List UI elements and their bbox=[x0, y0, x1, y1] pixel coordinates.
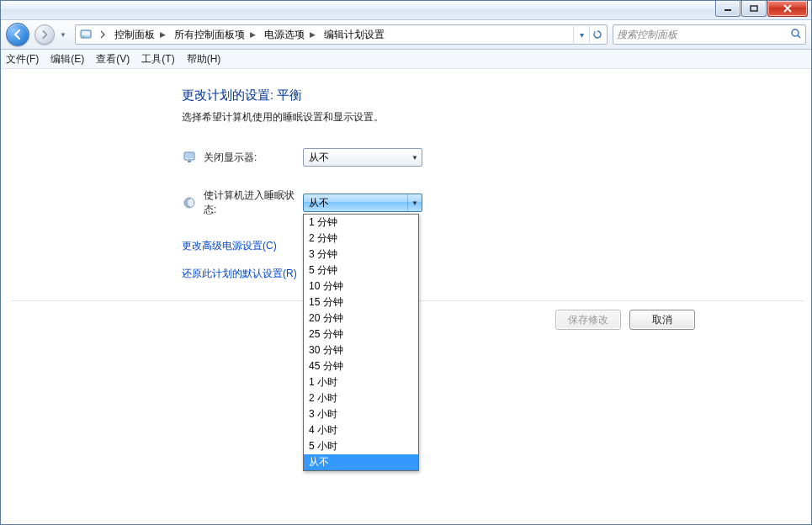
dropdown-option[interactable]: 4 小时 bbox=[304, 422, 418, 438]
minimize-button[interactable] bbox=[715, 1, 740, 17]
svg-rect-9 bbox=[188, 161, 191, 162]
menu-tools[interactable]: 工具(T) bbox=[141, 52, 174, 66]
sleep-combo[interactable]: 从不 ▼ bbox=[303, 194, 422, 212]
dropdown-option[interactable]: 3 分钟 bbox=[304, 247, 418, 262]
titlebar bbox=[1, 1, 811, 20]
breadcrumb-label: 控制面板 bbox=[114, 28, 155, 42]
refresh-button[interactable] bbox=[589, 26, 605, 43]
combo-value: 从不 bbox=[309, 151, 329, 165]
breadcrumb-item-edit-plan[interactable]: 编辑计划设置 bbox=[321, 25, 390, 44]
dropdown-option[interactable]: 2 小时 bbox=[304, 390, 418, 406]
sleep-label: 使计算机进入睡眠状态: bbox=[204, 188, 303, 217]
svg-rect-8 bbox=[185, 153, 194, 158]
svg-point-4 bbox=[82, 35, 84, 37]
svg-rect-3 bbox=[82, 31, 90, 35]
turn-off-display-label: 关闭显示器: bbox=[204, 151, 303, 165]
chevron-down-icon: ▼ bbox=[408, 149, 422, 166]
dropdown-option[interactable]: 2 分钟 bbox=[304, 231, 418, 247]
search-input[interactable]: 搜索控制面板 bbox=[613, 24, 806, 45]
search-icon bbox=[790, 28, 802, 42]
breadcrumb-item-control-panel[interactable]: 控制面板 ▶ bbox=[111, 25, 171, 44]
menu-edit[interactable]: 编辑(E) bbox=[50, 52, 84, 66]
dropdown-option[interactable]: 10 分钟 bbox=[304, 278, 418, 294]
breadcrumb-root-chevron[interactable] bbox=[98, 28, 108, 41]
dropdown-option[interactable]: 15 分钟 bbox=[304, 294, 418, 310]
control-panel-icon bbox=[79, 28, 93, 41]
svg-rect-0 bbox=[724, 9, 731, 11]
nav-forward-button[interactable] bbox=[34, 24, 55, 45]
cancel-button[interactable]: 取消 bbox=[629, 310, 695, 330]
dropdown-option[interactable]: 25 分钟 bbox=[304, 326, 418, 342]
navigation-bar: ▼ 控制面板 ▶ 所有控制面板项 ▶ 电源选项 bbox=[1, 20, 811, 50]
dropdown-option[interactable]: 1 分钟 bbox=[304, 215, 418, 231]
turn-off-display-combo[interactable]: 从不 ▼ bbox=[303, 148, 422, 167]
setting-row-sleep: 使计算机进入睡眠状态: 从不 ▼ bbox=[182, 188, 653, 217]
chevron-down-icon: ▼ bbox=[407, 194, 422, 211]
moon-icon bbox=[182, 195, 197, 210]
page-title: 更改计划的设置: 平衡 bbox=[182, 88, 653, 103]
menu-file[interactable]: 文件(F) bbox=[6, 52, 39, 66]
dropdown-option[interactable]: 5 小时 bbox=[304, 438, 418, 454]
address-bar[interactable]: 控制面板 ▶ 所有控制面板项 ▶ 电源选项 ▶ 编辑计划设置 ▾ bbox=[75, 24, 608, 45]
dropdown-option[interactable]: 30 分钟 bbox=[304, 342, 418, 358]
sleep-dropdown-list[interactable]: 1 分钟2 分钟3 分钟5 分钟10 分钟15 分钟20 分钟25 分钟30 分… bbox=[303, 214, 419, 471]
address-dropdown-button[interactable]: ▾ bbox=[573, 26, 589, 43]
dropdown-option[interactable]: 1 小时 bbox=[304, 374, 418, 390]
setting-row-turn-off-display: 关闭显示器: 从不 ▼ bbox=[182, 148, 653, 167]
dropdown-option[interactable]: 20 分钟 bbox=[304, 310, 418, 326]
window-frame: ▼ 控制面板 ▶ 所有控制面板项 ▶ 电源选项 bbox=[0, 0, 812, 525]
nav-history-dropdown[interactable]: ▼ bbox=[60, 31, 70, 39]
dropdown-option[interactable]: 从不 bbox=[304, 454, 418, 470]
breadcrumb-label: 电源选项 bbox=[264, 28, 305, 42]
svg-rect-1 bbox=[751, 6, 757, 11]
svg-line-6 bbox=[798, 35, 800, 38]
button-label: 保存修改 bbox=[568, 313, 608, 327]
page-description: 选择希望计算机使用的睡眠设置和显示设置。 bbox=[182, 110, 653, 125]
maximize-button[interactable] bbox=[741, 1, 767, 17]
breadcrumb-label: 编辑计划设置 bbox=[324, 28, 385, 42]
chevron-right-icon: ▶ bbox=[250, 30, 256, 39]
save-button[interactable]: 保存修改 bbox=[555, 310, 621, 330]
close-button[interactable] bbox=[767, 1, 808, 17]
dropdown-option[interactable]: 3 小时 bbox=[304, 406, 418, 422]
menu-bar: 文件(F) 编辑(E) 查看(V) 工具(T) 帮助(H) bbox=[1, 50, 811, 69]
search-placeholder: 搜索控制面板 bbox=[617, 28, 677, 42]
chevron-right-icon: ▶ bbox=[310, 30, 316, 39]
breadcrumb-item-all-items[interactable]: 所有控制面板项 ▶ bbox=[171, 25, 261, 44]
monitor-icon bbox=[182, 150, 197, 165]
breadcrumb-label: 所有控制面板项 bbox=[174, 28, 245, 42]
svg-point-5 bbox=[792, 29, 799, 36]
menu-view[interactable]: 查看(V) bbox=[96, 52, 130, 66]
nav-back-button[interactable] bbox=[6, 23, 29, 46]
dropdown-option[interactable]: 45 分钟 bbox=[304, 358, 418, 374]
breadcrumb-item-power-options[interactable]: 电源选项 ▶ bbox=[261, 25, 321, 44]
combo-value: 从不 bbox=[309, 196, 329, 210]
button-label: 取消 bbox=[652, 313, 672, 327]
menu-help[interactable]: 帮助(H) bbox=[187, 52, 221, 66]
dropdown-option[interactable]: 5 分钟 bbox=[304, 262, 418, 278]
chevron-right-icon: ▶ bbox=[160, 30, 166, 39]
